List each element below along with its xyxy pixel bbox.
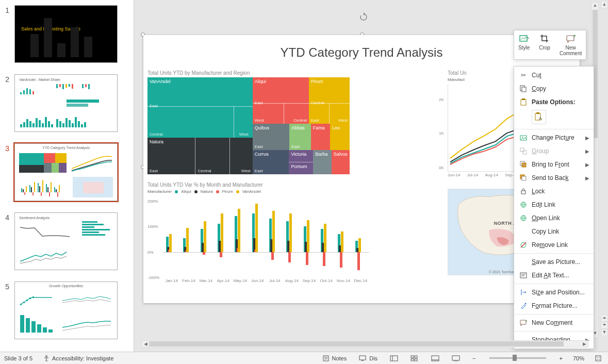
menu-copy-link[interactable]: Copy Link [514, 225, 594, 238]
menu-send-to-back[interactable]: Send to Back▶ [514, 171, 594, 185]
svg-point-95 [46, 355, 47, 357]
svg-rect-6 [59, 84, 61, 87]
svg-rect-74 [536, 112, 539, 114]
paste-keep-formatting-button[interactable]: A [532, 110, 546, 124]
svg-rect-1 [23, 90, 25, 94]
svg-rect-80 [522, 163, 526, 167]
svg-rect-105 [411, 359, 414, 361]
clipboard-icon [519, 98, 528, 106]
menu-lock[interactable]: Lock [514, 185, 594, 198]
svg-rect-47 [46, 184, 47, 192]
svg-rect-4 [32, 91, 34, 94]
normal-view-button[interactable] [388, 354, 400, 363]
svg-rect-3 [29, 89, 31, 94]
picture-style-icon [519, 34, 529, 44]
svg-rect-15 [23, 122, 25, 127]
menu-save-as-picture[interactable]: Save as Picture... [514, 255, 594, 269]
menu-paste-options-header: Paste Options: [514, 95, 594, 109]
menu-size-position[interactable]: Size and Position... [514, 286, 594, 299]
sorter-icon [410, 355, 419, 362]
thumbnail-number: 4 [3, 212, 9, 270]
thumbnail-slide-1[interactable]: 1 Sales and Marketing Sample [3, 5, 130, 63]
svg-rect-8 [65, 84, 67, 88]
prev-slide-icon[interactable]: ⏶ [601, 315, 608, 322]
thumbnail-slide-5[interactable]: 5 Growth Opportunities [3, 282, 130, 339]
display-settings-button[interactable]: Dis [357, 354, 380, 363]
scroll-down-arrow-icon[interactable]: ▼ [601, 329, 608, 336]
slideshow-button[interactable] [450, 354, 462, 363]
menu-bring-to-front[interactable]: Bring to Front▶ [514, 158, 594, 171]
send-back-icon [519, 174, 528, 182]
display-icon [359, 355, 367, 362]
canvas-horizontal-scrollbar[interactable]: ◀ ▶ [141, 340, 588, 348]
menu-edit-alt-text[interactable]: Edit Alt Text... [514, 269, 594, 282]
svg-rect-16 [26, 119, 28, 127]
menu-change-picture[interactable]: Change Picture▶ [514, 131, 594, 144]
svg-rect-89 [520, 273, 527, 278]
svg-rect-32 [78, 121, 80, 127]
svg-point-92 [525, 303, 527, 305]
menu-edit-link[interactable]: Edit Link [514, 198, 594, 211]
svg-rect-59 [32, 296, 34, 298]
scroll-left-arrow-icon[interactable]: ◀ [142, 341, 149, 346]
svg-rect-2 [26, 88, 28, 94]
notes-button[interactable]: Notes [320, 354, 349, 363]
svg-rect-7 [62, 84, 64, 89]
fit-to-window-button[interactable] [593, 354, 604, 363]
svg-text:+: + [525, 319, 527, 323]
svg-rect-78 [520, 148, 524, 152]
size-position-icon [519, 288, 528, 296]
style-button[interactable]: Style [516, 32, 532, 57]
crop-icon [539, 34, 550, 44]
svg-rect-109 [452, 356, 459, 360]
menu-open-link[interactable]: Open Link [514, 211, 594, 225]
svg-rect-27 [62, 123, 64, 127]
svg-rect-63 [37, 324, 41, 333]
new-comment-button[interactable]: + New Comment [557, 32, 584, 57]
bring-front-icon [519, 160, 528, 169]
rotate-handle-icon[interactable] [359, 12, 368, 22]
menu-remove-link[interactable]: Remove Link [514, 238, 594, 252]
accessibility-icon [43, 355, 50, 362]
svg-text:A: A [539, 116, 542, 121]
thumbnail-slide-3[interactable]: 3 YTD Category Trend Analysis [3, 143, 130, 201]
zoom-slider[interactable] [489, 357, 546, 359]
svg-rect-19 [36, 118, 38, 127]
crop-button[interactable]: Crop [537, 32, 552, 57]
zoom-in-button[interactable]: + [557, 354, 565, 362]
scroll-right-arrow-icon[interactable]: ▶ [581, 341, 588, 346]
submenu-arrow-icon: ▶ [585, 148, 589, 154]
slide-canvas[interactable]: ▲ ▼ YTD Category Trend Analysis Total Un… [134, 0, 600, 352]
svg-rect-100 [361, 360, 364, 361]
slideshow-icon [452, 355, 460, 362]
reading-view-button[interactable] [429, 354, 441, 363]
scroll-up-arrow-icon[interactable]: ▲ [592, 3, 598, 10]
svg-rect-54 [59, 185, 60, 192]
accessibility-checker-button[interactable]: Accessibility: Investigate [41, 354, 116, 363]
slide-sorter-button[interactable] [408, 354, 421, 363]
menu-copy[interactable]: Copy [514, 82, 594, 95]
scroll-up-arrow-icon[interactable]: ▲ [601, 1, 608, 8]
svg-rect-52 [56, 189, 57, 192]
svg-rect-46 [42, 180, 43, 192]
status-bar: Slide 3 of 5 Accessibility: Investigate … [0, 352, 608, 364]
menu-cut[interactable]: ✂Cut [514, 69, 594, 82]
svg-rect-64 [43, 327, 47, 333]
svg-rect-13 [88, 84, 90, 89]
slide-thumbnails-panel[interactable]: 1 Sales and Marketing Sample [0, 0, 134, 352]
svg-rect-20 [39, 120, 41, 127]
thumbnail-slide-4[interactable]: 4 Sentiment Analysis [3, 212, 130, 270]
svg-rect-30 [72, 123, 74, 127]
svg-rect-28 [65, 118, 68, 127]
svg-rect-33 [81, 124, 83, 127]
menu-format-picture[interactable]: Format Picture... [514, 299, 594, 312]
svg-rect-103 [411, 356, 414, 358]
svg-rect-43 [38, 183, 39, 192]
next-slide-icon[interactable]: ⏷ [601, 322, 608, 329]
zoom-out-button[interactable]: − [470, 354, 478, 362]
fit-window-icon [595, 355, 602, 362]
zoom-level[interactable]: 70% [573, 355, 584, 361]
svg-rect-79 [523, 151, 527, 154]
thumbnail-slide-2[interactable]: 2 VanArsdel - Market Share [3, 74, 130, 132]
menu-new-comment[interactable]: +New Comment [514, 316, 594, 329]
